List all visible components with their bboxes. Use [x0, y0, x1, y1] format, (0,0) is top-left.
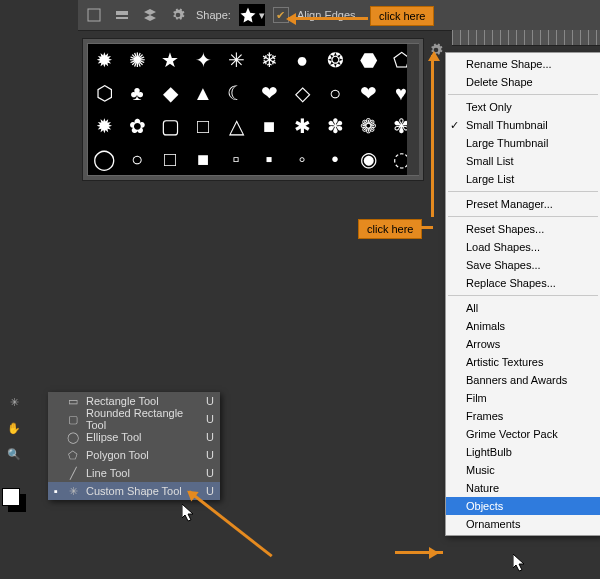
menu-item[interactable]: Film [446, 389, 600, 407]
annotation-arrow [188, 490, 273, 557]
tools-column: ✳ ✋ 🔍 [4, 392, 24, 464]
shape-thumb[interactable]: ○ [121, 143, 153, 175]
shape-thumb[interactable]: □ [154, 143, 186, 175]
menu-item[interactable]: Replace Shapes... [446, 274, 600, 292]
shape-thumb[interactable]: ▢ [154, 110, 186, 142]
shape-thumb[interactable]: ✹ [88, 44, 120, 76]
shape-thumb[interactable]: • [319, 143, 351, 175]
gear-icon[interactable] [168, 5, 188, 25]
options-bar: Shape: ▾ ✔ Align Edges [78, 0, 600, 31]
shape-thumb[interactable]: △ [220, 110, 252, 142]
menu-item[interactable]: Ornaments [446, 515, 600, 533]
custom-shape-tool-icon[interactable]: ✳ [4, 392, 24, 412]
menu-item[interactable]: Save Shapes... [446, 256, 600, 274]
shape-thumb[interactable]: ◉ [352, 143, 384, 175]
menu-item[interactable]: Frames [446, 407, 600, 425]
shape-thumb[interactable]: ✿ [121, 110, 153, 142]
tool-icon: ⬠ [66, 449, 80, 462]
menu-item[interactable]: Reset Shapes... [446, 220, 600, 238]
annotation-arrow [395, 551, 443, 554]
shape-thumb[interactable]: ▫ [220, 143, 252, 175]
shape-thumb[interactable]: ❤ [352, 77, 384, 109]
shape-thumb[interactable]: ◆ [154, 77, 186, 109]
shape-thumb[interactable]: ❄ [253, 44, 285, 76]
shape-thumb[interactable]: ♣ [121, 77, 153, 109]
shape-thumb[interactable]: ✦ [187, 44, 219, 76]
menu-separator [448, 94, 598, 95]
shape-thumb[interactable]: ❂ [319, 44, 351, 76]
menu-item[interactable]: Rename Shape... [446, 55, 600, 73]
menu-item[interactable]: Preset Manager... [446, 195, 600, 213]
menu-item[interactable]: Artistic Textures [446, 353, 600, 371]
tool-label: Line Tool [86, 467, 200, 479]
shape-preset-menu: Rename Shape...Delete ShapeText Only✓Sma… [445, 52, 600, 536]
menu-item[interactable]: Grime Vector Pack [446, 425, 600, 443]
shape-thumb[interactable]: ◇ [286, 77, 318, 109]
options-icon-1[interactable] [84, 5, 104, 25]
shape-tool-flyout: ▭Rectangle ToolU▢Rounded Rectangle ToolU… [48, 392, 220, 500]
menu-item[interactable]: Text Only [446, 98, 600, 116]
shape-thumb[interactable]: ▲ [187, 77, 219, 109]
shape-grid[interactable]: ✹✺★✦✳❄●❂⬣⬠⬡♣◆▲☾❤◇○❤♥✹✿▢□△■✱✽❁✾◯○□■▫▪◦•◉◌ [87, 43, 419, 176]
menu-item[interactable]: Arrows [446, 335, 600, 353]
shape-thumb[interactable]: ▪ [253, 143, 285, 175]
tool-item[interactable]: ▢Rounded Rectangle ToolU [48, 410, 220, 428]
hand-tool-icon[interactable]: ✋ [4, 418, 24, 438]
shape-thumb[interactable]: ❁ [352, 110, 384, 142]
menu-item[interactable]: Nature [446, 479, 600, 497]
shape-thumb[interactable]: ❤ [253, 77, 285, 109]
zoom-tool-icon[interactable]: 🔍 [4, 444, 24, 464]
menu-item[interactable]: Objects [446, 497, 600, 515]
shape-thumb[interactable]: ■ [187, 143, 219, 175]
svg-rect-0 [88, 9, 100, 21]
callout-top: click here [370, 6, 434, 26]
tool-item[interactable]: ⬠Polygon ToolU [48, 446, 220, 464]
shape-thumb[interactable]: ■ [253, 110, 285, 142]
shape-thumb[interactable]: ✳ [220, 44, 252, 76]
shape-thumb[interactable]: ○ [319, 77, 351, 109]
tool-item[interactable]: ╱Line ToolU [48, 464, 220, 482]
menu-item[interactable]: ✓Small Thumbnail [446, 116, 600, 134]
menu-item[interactable]: Small List [446, 152, 600, 170]
align-edges-checkbox[interactable]: ✔ [273, 7, 289, 23]
shape-thumb[interactable]: ✱ [286, 110, 318, 142]
tool-icon: ▭ [66, 395, 80, 408]
shape-thumb[interactable]: ◦ [286, 143, 318, 175]
tool-icon: ▢ [66, 413, 80, 426]
annotation-arrow [413, 226, 433, 229]
menu-item[interactable]: Load Shapes... [446, 238, 600, 256]
menu-item[interactable]: LightBulb [446, 443, 600, 461]
tool-shortcut: U [206, 395, 214, 407]
shape-thumb[interactable]: □ [187, 110, 219, 142]
tool-label: Ellipse Tool [86, 431, 200, 443]
tool-item[interactable]: ◯Ellipse ToolU [48, 428, 220, 446]
tool-label: Rounded Rectangle Tool [86, 407, 200, 431]
svg-rect-1 [116, 11, 128, 15]
menu-item[interactable]: Large List [446, 170, 600, 188]
shape-picker-swatch[interactable]: ▾ [239, 4, 265, 26]
scrollbar[interactable] [407, 44, 419, 175]
menu-item[interactable]: Large Thumbnail [446, 134, 600, 152]
shape-thumb[interactable]: ⬣ [352, 44, 384, 76]
shape-thumb[interactable]: ✺ [121, 44, 153, 76]
options-icon-2[interactable] [112, 5, 132, 25]
menu-item[interactable]: Delete Shape [446, 73, 600, 91]
tool-item[interactable]: ▪✳Custom Shape ToolU [48, 482, 220, 500]
cursor-icon [513, 554, 527, 572]
menu-item[interactable]: Music [446, 461, 600, 479]
menu-item[interactable]: Animals [446, 317, 600, 335]
layers-icon[interactable] [140, 5, 160, 25]
menu-item[interactable]: All [446, 299, 600, 317]
menu-item[interactable]: Banners and Awards [446, 371, 600, 389]
shape-thumb[interactable]: ☾ [220, 77, 252, 109]
shape-thumb[interactable]: ⬡ [88, 77, 120, 109]
color-swatches[interactable] [2, 488, 26, 512]
shape-thumb[interactable]: ✹ [88, 110, 120, 142]
shape-thumb[interactable]: ◯ [88, 143, 120, 175]
tool-shortcut: U [206, 449, 214, 461]
shape-thumb[interactable]: ★ [154, 44, 186, 76]
shape-thumb[interactable]: ✽ [319, 110, 351, 142]
shape-label: Shape: [196, 9, 231, 21]
tool-icon: ✳ [66, 485, 80, 498]
shape-thumb[interactable]: ● [286, 44, 318, 76]
